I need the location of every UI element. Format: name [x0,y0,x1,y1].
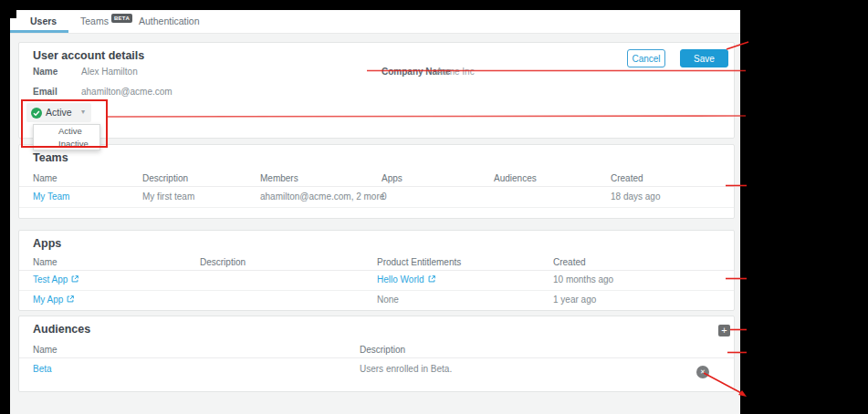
audiences-header-name: Name [33,343,58,357]
app-name-text: Test App [33,274,68,285]
tab-teams-label: Teams [80,16,109,26]
add-audience-button[interactable]: + [718,325,730,336]
tab-teams[interactable]: TeamsBETA [80,10,132,33]
user-account-details-card: User account details Cancel Save Name Al… [18,42,735,139]
app-created: 10 months ago [553,270,613,290]
card-title-user-account-details: User account details [33,49,144,62]
audience-description: Users enrolled in Beta. [360,357,452,381]
teams-card: Teams Name Description Members Apps Audi… [18,144,735,219]
card-title-apps: Apps [33,237,61,250]
status-option-active[interactable]: Active [34,125,99,138]
teams-header-audiences: Audiences [494,171,537,186]
app-name-text: My App [33,295,63,305]
name-label: Name [33,67,58,77]
app-name-link[interactable]: Test App [33,270,79,290]
external-link-icon [427,275,436,285]
status-option-inactive[interactable]: Inactive [34,138,99,150]
team-apps-count: 0 [382,186,387,207]
apps-header-description: Description [200,255,246,270]
apps-header-created: Created [553,255,586,270]
table-row: My Team My first team ahamilton@acme.com… [19,186,734,208]
team-created: 18 days ago [611,186,661,207]
tab-authentication[interactable]: Authentication [139,10,200,33]
apps-table-header: Name Description Product Entitlements Cr… [19,255,734,271]
entitlement-none: None [377,290,399,310]
table-row: Test App Hello World 10 months ago [19,270,734,291]
teams-header-apps: Apps [382,171,403,186]
close-icon: ✕ [700,368,706,375]
external-link-icon [70,275,79,285]
chevron-down-icon: ▾ [81,103,85,122]
teams-header-members: Members [260,171,298,186]
save-button[interactable]: Save [680,49,728,67]
entitlement-text: Hello World [377,274,424,285]
status-selected-value: Active [46,103,72,122]
teams-header-name: Name [33,171,58,186]
team-description: My first team [142,186,194,207]
audiences-table-header: Name Description [19,343,734,358]
table-row: My App None 1 year ago [19,290,734,310]
entitlement-link[interactable]: Hello World [377,270,436,290]
email-value: ahamilton@acme.com [81,87,173,97]
status-dropdown-button[interactable]: Active ▾ [26,103,91,122]
team-members: ahamilton@acme.com, 2 more [260,186,384,207]
cancel-button[interactable]: Cancel [627,49,665,67]
screenshot-canvas: Users TeamsBETA Authentication User acco… [0,0,868,414]
team-name-link[interactable]: My Team [33,186,69,207]
apps-header-name: Name [33,255,58,270]
app-created: 1 year ago [553,290,596,310]
table-row: Beta Users enrolled in Beta. [19,357,734,381]
teams-table-header: Name Description Members Apps Audiences … [19,171,734,187]
screenshot-artifact [9,8,16,18]
audience-name-link[interactable]: Beta [33,357,52,381]
status-active-check-icon [31,108,42,119]
teams-header-description: Description [142,171,188,186]
card-title-audiences: Audiences [33,323,90,336]
app-name-link[interactable]: My App [33,290,75,310]
card-title-teams: Teams [33,151,68,164]
teams-header-created: Created [611,171,643,186]
company-name-value: Acme Inc [436,67,475,77]
active-tab-underline [10,30,68,33]
email-label: Email [33,87,58,97]
audiences-header-description: Description [360,343,405,357]
plus-icon: + [721,325,727,336]
external-link-icon [66,295,75,305]
audiences-card: Audiences + Name Description Beta Users … [18,316,735,392]
name-value: Alex Hamilton [81,67,138,77]
tab-bar: Users TeamsBETA Authentication [10,10,740,34]
apps-card: Apps Name Description Product Entitlemen… [18,230,735,311]
status-dropdown-menu: Active Inactive [33,124,100,150]
apps-header-entitlements: Product Entitlements [377,255,461,270]
app-page: Users TeamsBETA Authentication User acco… [10,10,740,414]
beta-badge: BETA [111,14,132,23]
remove-audience-button[interactable]: ✕ [696,366,709,378]
